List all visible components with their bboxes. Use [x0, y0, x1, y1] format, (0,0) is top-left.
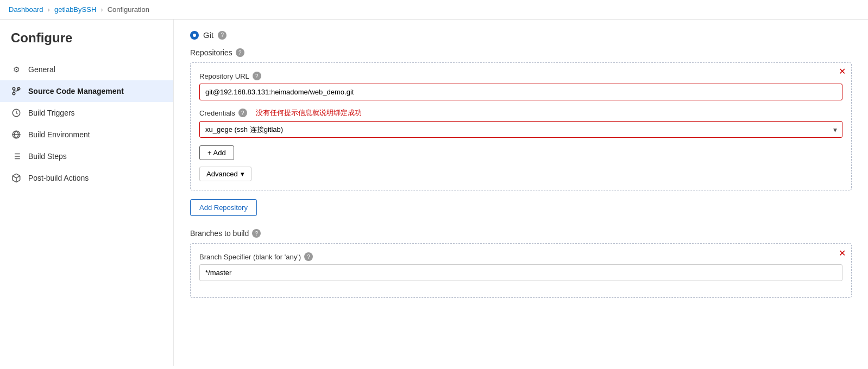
sidebar-label-general: General — [28, 65, 55, 74]
sidebar: Configure ⚙ General Source Code Manageme… — [0, 20, 174, 366]
repository-url-label-group: Repository URL ? — [199, 72, 842, 80]
credentials-label: Credentials — [199, 109, 235, 117]
branches-section: Branches to build ? ✕ Branch Specifier (… — [190, 229, 852, 298]
credentials-field: Credentials ? 没有任何提示信息就说明绑定成功 xu_gege (s… — [199, 108, 842, 138]
repository-url-label: Repository URL — [199, 72, 249, 80]
cube-icon — [11, 173, 22, 183]
add-repository-button[interactable]: Add Repository — [190, 199, 257, 216]
sidebar-item-build-environment[interactable]: Build Environment — [0, 124, 173, 145]
sidebar-item-post-build[interactable]: Post-build Actions — [0, 167, 173, 189]
advanced-label: Advanced — [206, 170, 238, 178]
branch-specifier-label-group: Branch Specifier (blank for 'any') ? — [199, 252, 842, 261]
gear-icon: ⚙ — [11, 64, 22, 75]
advanced-button[interactable]: Advanced ▾ — [199, 167, 251, 181]
repositories-help-icon[interactable]: ? — [236, 48, 244, 57]
page-title: Configure — [0, 30, 173, 59]
globe-icon — [11, 129, 22, 140]
credentials-select[interactable]: xu_gege (ssh 连接gitlab) — [199, 121, 842, 138]
branch-specifier-field: Branch Specifier (blank for 'any') ? — [199, 252, 842, 281]
repository-url-field: Repository URL ? — [199, 72, 842, 100]
branch-specifier-help-icon[interactable]: ? — [304, 252, 313, 261]
sidebar-label-post-build: Post-build Actions — [28, 174, 89, 182]
git-label: Git — [203, 30, 213, 40]
credentials-help-icon[interactable]: ? — [238, 109, 247, 117]
list-icon — [11, 151, 22, 162]
sidebar-item-build-triggers[interactable]: Build Triggers — [0, 102, 173, 124]
add-repository-label: Add Repository — [199, 203, 248, 212]
branches-help-icon[interactable]: ? — [252, 229, 261, 238]
repository-url-help-icon[interactable]: ? — [253, 72, 261, 80]
repositories-section-label: Repositories ? — [190, 48, 852, 57]
svg-point-0 — [12, 87, 15, 90]
credentials-label-group: Credentials ? 没有任何提示信息就说明绑定成功 — [199, 108, 842, 118]
clock-icon — [11, 107, 22, 118]
git-radio-button[interactable] — [190, 31, 199, 40]
branches-label-group: Branches to build ? — [190, 229, 852, 238]
branch-specifier-box: ✕ Branch Specifier (blank for 'any') ? — [190, 243, 852, 298]
sidebar-item-general[interactable]: ⚙ General — [0, 59, 173, 80]
credentials-select-wrapper: xu_gege (ssh 连接gitlab) ▾ — [199, 121, 842, 138]
add-credentials-button[interactable]: + Add — [199, 145, 234, 160]
repository-close-button[interactable]: ✕ — [839, 67, 846, 76]
sidebar-item-source-code[interactable]: Source Code Management — [0, 80, 173, 102]
sidebar-label-build-steps: Build Steps — [28, 152, 67, 161]
breadcrumb-job[interactable]: getlabBySSH — [54, 5, 96, 14]
branches-label: Branches to build — [190, 229, 249, 238]
breadcrumb: Dashboard › getlabBySSH › Configuration — [0, 0, 868, 20]
sidebar-item-build-steps[interactable]: Build Steps — [0, 145, 173, 167]
repository-box: ✕ Repository URL ? Credentials ? 没有任何提示信… — [190, 62, 852, 190]
branch-close-button[interactable]: ✕ — [839, 248, 846, 258]
breadcrumb-current: Configuration — [108, 5, 149, 14]
repositories-label: Repositories — [190, 48, 232, 57]
svg-point-1 — [12, 92, 15, 95]
sidebar-label-source-code: Source Code Management — [28, 87, 124, 96]
add-credentials-label: + Add — [207, 149, 226, 157]
breadcrumb-dashboard[interactable]: Dashboard — [9, 5, 43, 14]
sidebar-label-build-environment: Build Environment — [28, 130, 90, 139]
chevron-down-icon: ▾ — [241, 170, 244, 178]
sidebar-label-build-triggers: Build Triggers — [28, 109, 75, 117]
branch-icon — [11, 86, 22, 97]
breadcrumb-sep-1: › — [48, 5, 50, 14]
branch-specifier-input[interactable] — [199, 264, 842, 281]
credentials-row: xu_gege (ssh 连接gitlab) ▾ — [199, 121, 842, 138]
git-radio-group: Git ? — [190, 30, 852, 40]
branch-specifier-label: Branch Specifier (blank for 'any') — [199, 253, 301, 261]
credentials-note: 没有任何提示信息就说明绑定成功 — [256, 108, 362, 118]
git-help-icon[interactable]: ? — [218, 31, 227, 40]
breadcrumb-sep-2: › — [100, 5, 103, 14]
main-content: Git ? Repositories ? ✕ Repository URL ? … — [174, 20, 868, 366]
repository-url-input[interactable] — [199, 84, 842, 100]
